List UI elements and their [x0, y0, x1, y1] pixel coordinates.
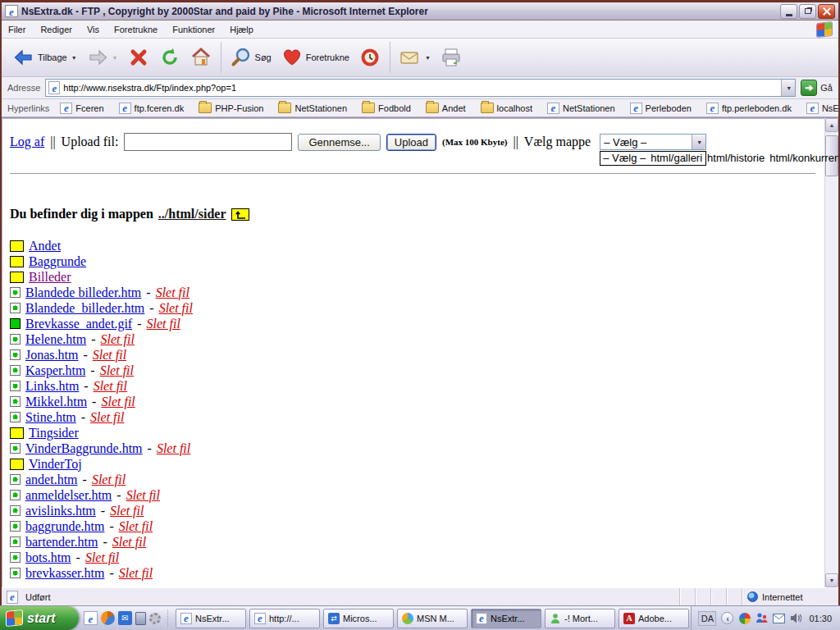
- address-dropdown-button[interactable]: [781, 80, 795, 96]
- history-button[interactable]: [354, 45, 386, 70]
- menu-item-hjælp[interactable]: Hjælp: [230, 25, 253, 34]
- scroll-down-button[interactable]: [825, 573, 838, 587]
- folder-link[interactable]: Tingsider: [29, 426, 79, 441]
- folder-up-icon[interactable]: [231, 208, 249, 221]
- favorites-button[interactable]: Foretrukne: [276, 45, 354, 70]
- menu-item-foretrukne[interactable]: Foretrukne: [114, 25, 158, 34]
- delete-file-link[interactable]: Slet fil: [93, 348, 126, 363]
- file-link[interactable]: Links.htm: [25, 379, 79, 394]
- calculator-icon[interactable]: [135, 612, 146, 625]
- link-item[interactable]: Fceren: [52, 103, 111, 114]
- file-link[interactable]: Helene.htm: [25, 332, 86, 347]
- task-button[interactable]: MSN M...: [397, 609, 468, 628]
- folder-option[interactable]: html/konkurrence: [767, 152, 838, 164]
- back-button[interactable]: Tilbage: [8, 45, 82, 70]
- volume-icon[interactable]: [790, 612, 802, 624]
- current-folder-link[interactable]: ../html/sider: [158, 207, 226, 221]
- task-button[interactable]: -! Mort...: [545, 609, 615, 628]
- browse-button[interactable]: Gennemse...: [298, 134, 380, 151]
- file-link[interactable]: brevkasser.htm: [25, 566, 104, 581]
- task-button[interactable]: Micros...: [323, 609, 394, 628]
- msn-swirl-icon[interactable]: [738, 612, 751, 624]
- delete-file-link[interactable]: Slet fil: [156, 285, 189, 300]
- internet-explorer-icon[interactable]: [84, 611, 98, 625]
- task-button[interactable]: NsExtr...: [176, 609, 246, 628]
- scroll-up-button[interactable]: [825, 118, 838, 132]
- folder-option[interactable]: – Vælg –: [600, 152, 648, 164]
- file-link[interactable]: VinderBaggrunde.htm: [25, 441, 143, 456]
- address-input[interactable]: http://www.nsekstra.dk/Ftp/index.php?op=…: [45, 79, 796, 97]
- menu-item-vis[interactable]: Vis: [87, 25, 99, 34]
- delete-file-link[interactable]: Slet fil: [159, 301, 193, 316]
- task-button[interactable]: http://...: [249, 609, 320, 628]
- file-link[interactable]: Mikkel.htm: [25, 395, 87, 409]
- firefox-icon[interactable]: [101, 611, 115, 625]
- folder-link[interactable]: Baggrunde: [29, 254, 86, 269]
- link-item[interactable]: NetStationen: [271, 103, 354, 113]
- folder-option[interactable]: html/historie: [705, 152, 767, 164]
- messenger-contacts-icon[interactable]: [756, 612, 768, 624]
- link-item[interactable]: PHP-Fusion: [191, 103, 271, 113]
- forward-button[interactable]: [82, 45, 123, 70]
- task-button[interactable]: NsExtr...: [471, 609, 541, 628]
- task-button[interactable]: Adobe...: [619, 609, 689, 628]
- delete-file-link[interactable]: Slet fil: [157, 441, 190, 456]
- print-button[interactable]: [436, 45, 467, 70]
- go-button[interactable]: Gå: [801, 80, 833, 96]
- delete-file-link[interactable]: Slet fil: [85, 550, 119, 565]
- link-item[interactable]: Fodbold: [354, 103, 418, 113]
- folder-link[interactable]: Billeder: [29, 270, 71, 285]
- file-link[interactable]: Blandede_billeder.htm: [25, 301, 144, 316]
- link-item[interactable]: localhost: [473, 103, 540, 113]
- folder-select[interactable]: – Vælg –: [600, 134, 706, 150]
- link-item[interactable]: NetStationen: [540, 103, 623, 114]
- file-link[interactable]: Jonas.htm: [25, 348, 78, 363]
- select-arrow-button[interactable]: [692, 135, 705, 149]
- search-button[interactable]: Søg: [226, 45, 276, 70]
- file-link[interactable]: bartender.htm: [25, 535, 98, 550]
- file-link[interactable]: baggrunde.htm: [25, 519, 104, 534]
- gear-icon[interactable]: [149, 613, 161, 624]
- link-item[interactable]: ftp.perleboden.dk: [699, 103, 799, 114]
- close-button[interactable]: [818, 4, 835, 19]
- file-link[interactable]: bots.htm: [25, 550, 71, 565]
- outlook-express-icon[interactable]: [118, 611, 132, 625]
- language-indicator[interactable]: DA: [698, 611, 716, 626]
- link-item[interactable]: NsExtra FTP: [799, 103, 838, 114]
- delete-file-link[interactable]: Slet fil: [94, 379, 127, 394]
- link-item[interactable]: ftp.fceren.dk: [112, 103, 192, 114]
- collapse-chevron-icon[interactable]: [721, 612, 733, 624]
- link-item[interactable]: Perleboden: [623, 103, 699, 114]
- link-item[interactable]: Andet: [418, 103, 473, 113]
- mail-button[interactable]: [395, 45, 436, 70]
- refresh-button[interactable]: [154, 45, 185, 70]
- home-button[interactable]: [185, 45, 217, 70]
- delete-file-link[interactable]: Slet fil: [110, 504, 144, 518]
- taskbar-clock[interactable]: 01:30: [809, 614, 832, 623]
- delete-file-link[interactable]: Slet fil: [119, 519, 153, 534]
- upload-button[interactable]: Upload: [386, 134, 436, 151]
- vertical-scrollbar[interactable]: [824, 118, 838, 587]
- delete-file-link[interactable]: Slet fil: [101, 332, 135, 347]
- file-link[interactable]: Brevkasse_andet.gif: [25, 317, 132, 331]
- delete-file-link[interactable]: Slet fil: [112, 535, 146, 550]
- minimize-button[interactable]: [780, 4, 797, 19]
- file-link[interactable]: Stine.htm: [25, 410, 76, 425]
- delete-file-link[interactable]: Slet fil: [100, 363, 134, 378]
- menu-item-funktioner[interactable]: Funktioner: [172, 25, 215, 34]
- back-dropdown-icon[interactable]: [71, 55, 77, 61]
- stop-button[interactable]: [123, 45, 154, 70]
- log-off-link[interactable]: Log af: [10, 135, 44, 149]
- upload-file-input[interactable]: [124, 133, 292, 151]
- file-link[interactable]: Blandede billeder.htm: [25, 285, 141, 300]
- address-url[interactable]: http://www.nsekstra.dk/Ftp/index.php?op=…: [63, 83, 781, 93]
- folder-link[interactable]: Andet: [29, 239, 61, 253]
- file-link[interactable]: anmeldelser.htm: [25, 488, 112, 503]
- folder-option[interactable]: html/galleri: [648, 152, 705, 164]
- delete-file-link[interactable]: Slet fil: [126, 488, 160, 503]
- delete-file-link[interactable]: Slet fil: [92, 472, 126, 487]
- menu-item-rediger[interactable]: Rediger: [40, 25, 72, 34]
- mail-dropdown-icon[interactable]: [425, 55, 431, 61]
- mail-notification-icon[interactable]: [773, 612, 785, 624]
- start-button[interactable]: start: [0, 606, 79, 630]
